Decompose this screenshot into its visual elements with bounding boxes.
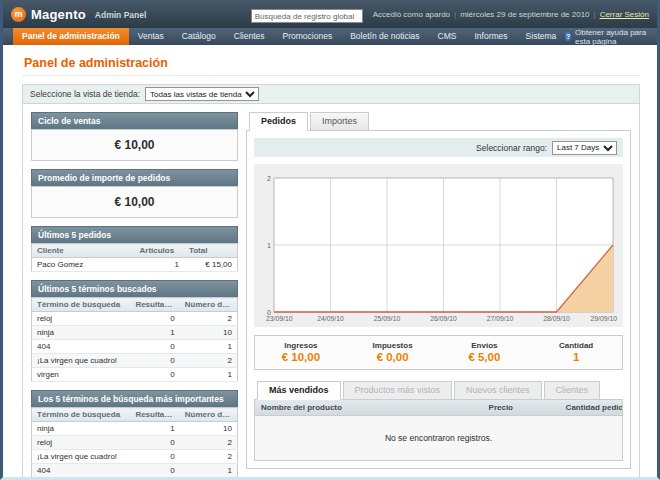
chart-area: 01223/09/1024/09/1025/09/1026/09/1027/09…	[254, 164, 623, 327]
top-search-terms-card: Los 5 términos de búsqueda más important…	[31, 390, 238, 480]
store-view-bar: Seleccione la vista de tienda: Todas las…	[23, 85, 639, 104]
stat-envios: Envíos€ 5,00	[439, 341, 531, 363]
svg-text:29/09/10: 29/09/10	[591, 315, 618, 322]
range-select[interactable]: Last 7 Days	[552, 141, 617, 155]
cell: virgen	[32, 368, 131, 382]
table-row[interactable]: reloj02	[32, 436, 238, 450]
lifetime-sales-card: Ciclo de ventas € 10,00	[31, 112, 238, 161]
dashboard-container: Seleccione la vista de tienda: Todas las…	[22, 84, 640, 480]
cell: ¡La virgen que cuadro!	[32, 354, 131, 368]
separator: |	[454, 10, 456, 19]
dashboard: Ciclo de ventas € 10,00 Promedio de impo…	[23, 104, 639, 480]
table-row[interactable]: virgen01	[32, 368, 238, 382]
header: m Magento Admin Panel Accedió como apard…	[3, 0, 657, 28]
card-title: Últimos 5 términos buscados	[31, 280, 238, 297]
cell: 2	[180, 436, 238, 450]
global-search-input[interactable]	[251, 9, 363, 23]
nav-item-panel-de-administracion[interactable]: Panel de administración	[13, 28, 129, 45]
svg-text:25/09/10: 25/09/10	[374, 315, 401, 322]
cell: 1	[180, 368, 238, 382]
left-column: Ciclo de ventas € 10,00 Promedio de impo…	[31, 112, 238, 480]
table-row[interactable]: 40401	[32, 464, 238, 478]
stat-value: € 10,00	[255, 351, 347, 363]
cell: 10	[180, 326, 238, 340]
svg-text:24/09/10: 24/09/10	[317, 315, 344, 322]
orders-chart: 01223/09/1024/09/1025/09/1026/09/1027/09…	[259, 172, 616, 324]
cell: 10	[180, 422, 238, 436]
col-cliente: Cliente	[32, 244, 135, 258]
cell: 2	[180, 450, 238, 464]
col-numero-de-usos: Número de usos	[180, 298, 238, 312]
col-price: Precio	[483, 400, 560, 416]
tab-pedidos[interactable]: Pedidos	[249, 112, 308, 131]
stat-cantidad: Cantidad1	[530, 341, 622, 363]
cell: Paco Gomez	[32, 258, 135, 272]
cell: 1	[135, 258, 184, 272]
nav-item-cms[interactable]: CMS	[429, 28, 466, 45]
logged-in-as: Accedió como apardo	[373, 10, 450, 19]
cell: 1	[180, 340, 238, 354]
col-termino-de-busqueda: Término de búsqueda	[32, 298, 131, 312]
table-row[interactable]: ¡La virgen que cuadro!02	[32, 450, 238, 464]
svg-text:1: 1	[267, 242, 271, 249]
cell: 2	[180, 312, 238, 326]
tab-mas-vendidos[interactable]: Más vendidos	[257, 381, 341, 400]
orders-amounts-tabs: PedidosImportes	[246, 112, 631, 130]
magento-logo-icon: m	[11, 7, 26, 22]
cell: 0	[130, 312, 179, 326]
last-orders-card: Últimos 5 pedidos ClienteArtículosTotalP…	[31, 226, 238, 272]
tab-nuevos-clientes: Nuevos clientes	[454, 381, 542, 400]
tab-clientes: Clientes	[544, 381, 601, 400]
nav-item-promociones[interactable]: Promociones	[274, 28, 342, 45]
col-product-name: Nombre del producto	[255, 400, 483, 416]
cell: ninja	[32, 326, 131, 340]
col-qty: Cantidad pedida	[560, 400, 622, 416]
cell: 1	[130, 422, 179, 436]
magento-logo: m Magento Admin Panel	[11, 7, 146, 22]
table-row[interactable]: ¡La virgen que cuadro!02	[32, 354, 238, 368]
logout-link[interactable]: Cerrar Sesión	[600, 10, 649, 19]
cell: 0	[130, 340, 179, 354]
main-nav: Panel de administraciónVentasCatálogoCli…	[3, 28, 657, 45]
help-link[interactable]: ? Obtener ayuda para esta página	[565, 28, 657, 45]
table-row[interactable]: reloj02	[32, 312, 238, 326]
nav-item-sistema[interactable]: Sistema	[517, 28, 566, 45]
table-row[interactable]: Paco Gomez1€ 15,00	[32, 258, 238, 272]
cell: 404	[32, 340, 131, 354]
top-search-terms-table: Término de búsquedaResultadosNúmero de u…	[31, 407, 238, 480]
table-row[interactable]: 40401	[32, 340, 238, 354]
card-title: Últimos 5 pedidos	[31, 226, 238, 243]
cell: 0	[130, 464, 179, 478]
nav-item-clientes[interactable]: Clientes	[225, 28, 274, 45]
stat-label: Envíos	[439, 341, 531, 350]
tab-importes[interactable]: Importes	[310, 112, 369, 131]
header-meta: Accedió como apardo | miércoles 29 de se…	[373, 10, 649, 19]
stat-label: Cantidad	[530, 341, 622, 350]
table-row[interactable]: ninja110	[32, 326, 238, 340]
stat-value: € 0,00	[347, 351, 439, 363]
stat-label: Ingresos	[255, 341, 347, 350]
cell: 1	[130, 326, 179, 340]
cell: 0	[130, 354, 179, 368]
cell: 0	[130, 368, 179, 382]
nav-item-ventas[interactable]: Ventas	[129, 28, 173, 45]
col-termino-de-busqueda: Término de búsqueda	[32, 408, 131, 422]
svg-text:2: 2	[267, 175, 271, 182]
table-row[interactable]: ninja110	[32, 422, 238, 436]
svg-text:23/09/10: 23/09/10	[266, 315, 293, 322]
nav-item-informes[interactable]: Informes	[466, 28, 517, 45]
average-orders-card: Promedio de importe de pedidos € 10,00	[31, 169, 238, 218]
nav-item-catalogo[interactable]: Catálogo	[173, 28, 225, 45]
current-date: miércoles 29 de septiembre de 2010	[460, 10, 589, 19]
help-icon: ?	[565, 32, 571, 41]
cell: 1	[180, 464, 238, 478]
store-view-label: Seleccione la vista de tienda:	[30, 89, 140, 99]
range-bar: Seleccionar rango: Last 7 Days	[254, 138, 623, 157]
page-title: Panel de administración	[22, 52, 640, 76]
store-view-select[interactable]: Todas las vistas de tienda	[145, 87, 259, 101]
totals-bar: Ingresos€ 10,00Impuestos€ 0,00Envíos€ 5,…	[254, 335, 623, 370]
nav-item-boletin-de-noticias[interactable]: Boletín de noticias	[341, 28, 428, 45]
card-value: € 10,00	[31, 129, 238, 161]
card-title: Los 5 términos de búsqueda más important…	[31, 390, 238, 407]
stat-value: € 5,00	[439, 351, 531, 363]
